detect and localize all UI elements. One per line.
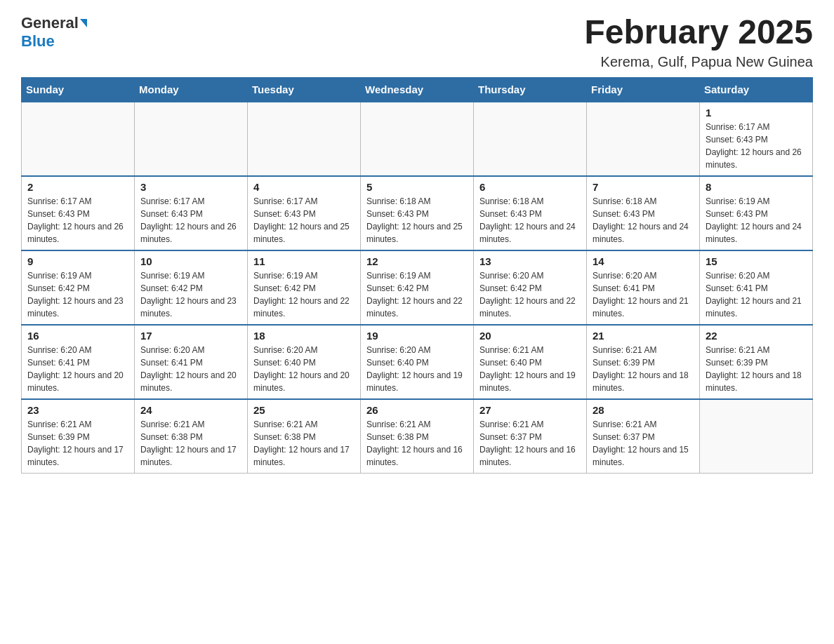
day-info: Sunrise: 6:18 AMSunset: 6:43 PMDaylight:…	[366, 195, 468, 246]
calendar-cell: 19Sunrise: 6:20 AMSunset: 6:40 PMDayligh…	[361, 325, 474, 399]
day-info: Sunrise: 6:21 AMSunset: 6:38 PMDaylight:…	[140, 418, 241, 469]
main-title: February 2025	[584, 14, 813, 51]
calendar-table: SundayMondayTuesdayWednesdayThursdayFrid…	[21, 77, 813, 474]
calendar-cell: 21Sunrise: 6:21 AMSunset: 6:39 PMDayligh…	[587, 325, 700, 399]
day-number: 13	[479, 255, 581, 267]
calendar-week-3: 16Sunrise: 6:20 AMSunset: 6:41 PMDayligh…	[22, 325, 813, 399]
day-info: Sunrise: 6:20 AMSunset: 6:40 PMDaylight:…	[253, 344, 355, 394]
calendar-cell: 11Sunrise: 6:19 AMSunset: 6:42 PMDayligh…	[248, 250, 361, 325]
calendar-cell	[700, 399, 813, 474]
day-info: Sunrise: 6:17 AMSunset: 6:43 PMDaylight:…	[706, 121, 807, 171]
day-info: Sunrise: 6:21 AMSunset: 6:38 PMDaylight:…	[253, 418, 355, 469]
day-number: 27	[479, 404, 581, 416]
calendar-cell: 26Sunrise: 6:21 AMSunset: 6:38 PMDayligh…	[361, 399, 474, 474]
day-number: 23	[27, 404, 128, 416]
day-number: 3	[140, 181, 241, 193]
logo-arrow-icon	[80, 19, 87, 27]
day-number: 14	[593, 255, 694, 267]
calendar-cell: 22Sunrise: 6:21 AMSunset: 6:39 PMDayligh…	[700, 325, 813, 399]
day-number: 8	[706, 181, 807, 193]
calendar-cell: 5Sunrise: 6:18 AMSunset: 6:43 PMDaylight…	[361, 176, 474, 250]
calendar-cell: 23Sunrise: 6:21 AMSunset: 6:39 PMDayligh…	[22, 399, 135, 474]
day-number: 26	[366, 404, 468, 416]
day-info: Sunrise: 6:20 AMSunset: 6:41 PMDaylight:…	[27, 344, 128, 394]
day-info: Sunrise: 6:21 AMSunset: 6:37 PMDaylight:…	[593, 418, 694, 469]
page-header: General Blue February 2025 Kerema, Gulf,…	[21, 14, 813, 70]
location-subtitle: Kerema, Gulf, Papua New Guinea	[584, 54, 813, 70]
calendar-cell	[474, 102, 587, 176]
day-number: 7	[593, 181, 694, 193]
calendar-body: 1Sunrise: 6:17 AMSunset: 6:43 PMDaylight…	[22, 102, 813, 474]
day-number: 19	[366, 330, 468, 342]
calendar-cell: 7Sunrise: 6:18 AMSunset: 6:43 PMDaylight…	[587, 176, 700, 250]
logo: General Blue	[21, 14, 87, 51]
calendar-cell: 18Sunrise: 6:20 AMSunset: 6:40 PMDayligh…	[248, 325, 361, 399]
day-info: Sunrise: 6:19 AMSunset: 6:42 PMDaylight:…	[27, 269, 128, 320]
day-info: Sunrise: 6:19 AMSunset: 6:42 PMDaylight:…	[140, 269, 241, 320]
day-info: Sunrise: 6:18 AMSunset: 6:43 PMDaylight:…	[593, 195, 694, 246]
logo-blue-text: Blue	[21, 32, 55, 51]
day-number: 20	[479, 330, 581, 342]
day-info: Sunrise: 6:20 AMSunset: 6:42 PMDaylight:…	[479, 269, 581, 320]
calendar-cell: 2Sunrise: 6:17 AMSunset: 6:43 PMDaylight…	[22, 176, 135, 250]
day-number: 18	[253, 330, 355, 342]
day-number: 28	[593, 404, 694, 416]
day-header-monday: Monday	[135, 77, 248, 102]
day-number: 9	[27, 255, 128, 267]
calendar-cell: 3Sunrise: 6:17 AMSunset: 6:43 PMDaylight…	[135, 176, 248, 250]
day-info: Sunrise: 6:21 AMSunset: 6:40 PMDaylight:…	[479, 344, 581, 394]
title-section: February 2025 Kerema, Gulf, Papua New Gu…	[584, 14, 813, 70]
day-info: Sunrise: 6:17 AMSunset: 6:43 PMDaylight:…	[253, 195, 355, 246]
day-info: Sunrise: 6:20 AMSunset: 6:41 PMDaylight:…	[140, 344, 241, 394]
day-info: Sunrise: 6:21 AMSunset: 6:38 PMDaylight:…	[366, 418, 468, 469]
calendar-cell: 14Sunrise: 6:20 AMSunset: 6:41 PMDayligh…	[587, 250, 700, 325]
day-info: Sunrise: 6:17 AMSunset: 6:43 PMDaylight:…	[27, 195, 128, 246]
calendar-header: SundayMondayTuesdayWednesdayThursdayFrid…	[22, 77, 813, 102]
day-info: Sunrise: 6:19 AMSunset: 6:42 PMDaylight:…	[253, 269, 355, 320]
calendar-cell: 16Sunrise: 6:20 AMSunset: 6:41 PMDayligh…	[22, 325, 135, 399]
calendar-cell: 17Sunrise: 6:20 AMSunset: 6:41 PMDayligh…	[135, 325, 248, 399]
calendar-cell: 20Sunrise: 6:21 AMSunset: 6:40 PMDayligh…	[474, 325, 587, 399]
day-number: 11	[253, 255, 355, 267]
calendar-cell	[22, 102, 135, 176]
day-number: 17	[140, 330, 241, 342]
day-info: Sunrise: 6:21 AMSunset: 6:37 PMDaylight:…	[479, 418, 581, 469]
day-info: Sunrise: 6:21 AMSunset: 6:39 PMDaylight:…	[706, 344, 807, 394]
day-header-wednesday: Wednesday	[361, 77, 474, 102]
days-of-week-row: SundayMondayTuesdayWednesdayThursdayFrid…	[22, 77, 813, 102]
day-info: Sunrise: 6:21 AMSunset: 6:39 PMDaylight:…	[27, 418, 128, 469]
calendar-week-4: 23Sunrise: 6:21 AMSunset: 6:39 PMDayligh…	[22, 399, 813, 474]
day-info: Sunrise: 6:21 AMSunset: 6:39 PMDaylight:…	[593, 344, 694, 394]
calendar-cell: 27Sunrise: 6:21 AMSunset: 6:37 PMDayligh…	[474, 399, 587, 474]
day-header-saturday: Saturday	[700, 77, 813, 102]
calendar-week-0: 1Sunrise: 6:17 AMSunset: 6:43 PMDaylight…	[22, 102, 813, 176]
calendar-cell: 25Sunrise: 6:21 AMSunset: 6:38 PMDayligh…	[248, 399, 361, 474]
day-number: 15	[706, 255, 807, 267]
day-info: Sunrise: 6:19 AMSunset: 6:43 PMDaylight:…	[706, 195, 807, 246]
calendar-cell: 24Sunrise: 6:21 AMSunset: 6:38 PMDayligh…	[135, 399, 248, 474]
calendar-cell: 12Sunrise: 6:19 AMSunset: 6:42 PMDayligh…	[361, 250, 474, 325]
day-number: 12	[366, 255, 468, 267]
day-header-tuesday: Tuesday	[248, 77, 361, 102]
day-header-thursday: Thursday	[474, 77, 587, 102]
calendar-week-1: 2Sunrise: 6:17 AMSunset: 6:43 PMDaylight…	[22, 176, 813, 250]
logo-general-text: General	[21, 14, 79, 32]
calendar-cell	[587, 102, 700, 176]
calendar-cell	[361, 102, 474, 176]
day-number: 16	[27, 330, 128, 342]
day-number: 1	[706, 107, 807, 119]
day-number: 6	[479, 181, 581, 193]
calendar-cell	[135, 102, 248, 176]
day-info: Sunrise: 6:20 AMSunset: 6:41 PMDaylight:…	[593, 269, 694, 320]
calendar-cell: 9Sunrise: 6:19 AMSunset: 6:42 PMDaylight…	[22, 250, 135, 325]
calendar-cell: 6Sunrise: 6:18 AMSunset: 6:43 PMDaylight…	[474, 176, 587, 250]
day-number: 4	[253, 181, 355, 193]
day-number: 5	[366, 181, 468, 193]
calendar-cell: 10Sunrise: 6:19 AMSunset: 6:42 PMDayligh…	[135, 250, 248, 325]
day-info: Sunrise: 6:20 AMSunset: 6:40 PMDaylight:…	[366, 344, 468, 394]
calendar-cell: 1Sunrise: 6:17 AMSunset: 6:43 PMDaylight…	[700, 102, 813, 176]
calendar-cell: 28Sunrise: 6:21 AMSunset: 6:37 PMDayligh…	[587, 399, 700, 474]
calendar-cell	[248, 102, 361, 176]
day-number: 25	[253, 404, 355, 416]
calendar-cell: 4Sunrise: 6:17 AMSunset: 6:43 PMDaylight…	[248, 176, 361, 250]
